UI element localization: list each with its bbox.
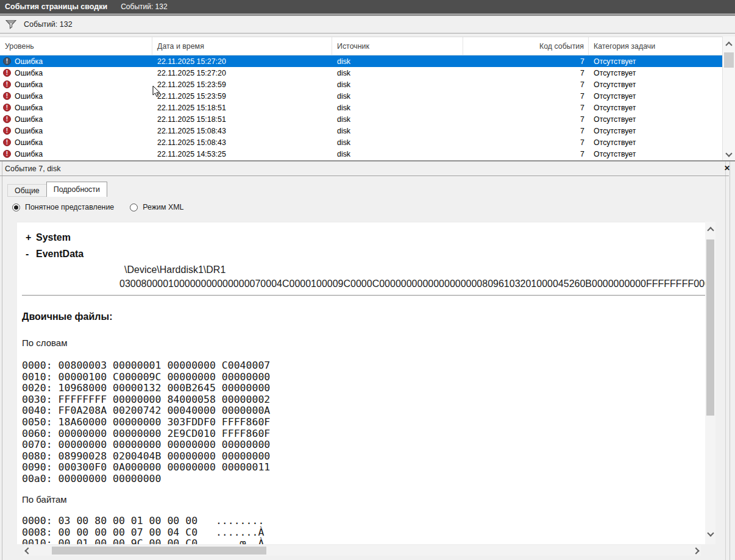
filter-toolbar: Событий: 132 (0, 16, 735, 34)
tree-node-eventdata[interactable]: - EventData (26, 249, 83, 260)
column-header[interactable]: Источник (332, 37, 463, 55)
event-hex-string: 030080000100000000000000070004C000010000… (119, 278, 705, 289)
event-level-cell: ! Ошибка (0, 92, 152, 101)
tab[interactable]: Общие (7, 184, 47, 197)
word-dump-line: 0010: 00000100 C000009C 00000000 0000000… (22, 372, 270, 383)
event-row[interactable]: ! Ошибка 22.11.2025 15:27:20 disk 7 Отсу… (0, 55, 722, 67)
tab[interactable]: Подробности (46, 182, 107, 197)
event-datetime: 22.11.2025 15:23:59 (152, 80, 332, 89)
event-level-cell: ! Ошибка (0, 69, 152, 77)
tree-label-eventdata: EventData (36, 249, 83, 260)
event-row[interactable]: ! Ошибка 22.11.2025 15:18:51 disk 7 Отсу… (0, 102, 722, 113)
word-dump-line: 0000: 00800003 00000001 00000000 C004000… (22, 360, 270, 372)
event-code: 7 (463, 115, 589, 124)
in-bytes-label: По байтам (22, 494, 67, 505)
event-row[interactable]: ! Ошибка 22.11.2025 14:53:25 disk 7 Отсу… (0, 148, 722, 160)
expand-icon[interactable]: + (26, 232, 36, 243)
radio-option[interactable]: Понятное представление (12, 203, 114, 211)
column-header[interactable]: Дата и время (152, 37, 332, 55)
radio-label: Понятное представление (25, 203, 114, 211)
event-row[interactable]: ! Ошибка 22.11.2025 15:08:43 disk 7 Отсу… (0, 136, 722, 148)
divider-line (22, 295, 705, 296)
detail-vertical-scrollbar[interactable] (705, 222, 715, 544)
close-icon[interactable]: ✕ (724, 164, 730, 172)
event-category: Отсутствует (589, 104, 722, 112)
tab-label: Подробности (54, 185, 100, 194)
event-datetime: 22.11.2025 15:27:20 (152, 69, 332, 77)
detail-tabs: Общие Подробности (7, 182, 107, 197)
event-category: Отсутствует (589, 57, 722, 66)
collapse-icon[interactable]: - (26, 249, 36, 260)
error-icon: ! (3, 69, 11, 77)
event-row[interactable]: ! Ошибка 22.11.2025 15:23:59 disk 7 Отсу… (0, 79, 722, 90)
event-source: disk (332, 150, 463, 158)
event-level-cell: ! Ошибка (0, 127, 152, 135)
column-header[interactable]: Код события (463, 37, 589, 55)
column-header[interactable]: Категория задачи (589, 37, 722, 55)
detail-horizontal-scrollbar-thumb[interactable] (52, 547, 266, 555)
event-row[interactable]: ! Ошибка 22.11.2025 15:08:43 disk 7 Отсу… (0, 125, 722, 136)
error-icon: ! (3, 138, 11, 146)
event-level-cell: ! Ошибка (0, 80, 152, 89)
event-code: 7 (463, 150, 589, 158)
event-viewer-window: События страницы сводки Событий: 132 Соб… (0, 0, 735, 560)
event-category: Отсутствует (589, 127, 722, 135)
event-list: Уровень Дата и время Источник Код событи… (0, 37, 735, 160)
byte-dump-line: 0008: 00 00 00 00 07 00 04 C0 .......À (22, 527, 264, 539)
scroll-up-icon[interactable] (708, 228, 713, 233)
error-icon: ! (3, 104, 11, 112)
event-detail-pane: Событие 7, disk ✕ Общие Подробности Поня… (0, 160, 735, 560)
error-icon: ! (3, 80, 11, 88)
radio-circle (12, 204, 20, 211)
scroll-right-icon[interactable] (694, 548, 698, 553)
byte-dump-line: 0010: 00 01 00 00 9C 00 00 C0 ....œ..À (22, 538, 264, 544)
word-dump-line: 0090: 000300F0 0A000000 00000000 0000001… (22, 462, 270, 473)
event-level: Ошибка (15, 115, 43, 124)
event-level: Ошибка (15, 104, 43, 112)
scroll-up-icon[interactable] (726, 43, 731, 48)
event-datetime: 22.11.2025 14:53:25 (152, 150, 332, 158)
word-dump-line: 0070: 00000000 00000000 00000000 0000000… (22, 439, 270, 451)
event-row[interactable]: ! Ошибка 22.11.2025 15:23:59 disk 7 Отсу… (0, 90, 722, 102)
event-level: Ошибка (15, 80, 43, 89)
word-dump-line: 0060: 00000000 00000000 2E9CD010 FFFF860… (22, 428, 270, 440)
event-level-cell: ! Ошибка (0, 138, 152, 147)
error-icon: ! (3, 115, 11, 123)
event-list-body: ! Ошибка 22.11.2025 15:27:20 disk 7 Отсу… (0, 55, 722, 160)
event-list-scrollbar-thumb[interactable] (724, 52, 734, 68)
radio-label: Режим XML (143, 203, 183, 211)
event-code: 7 (463, 92, 589, 101)
detail-pane-inner-border (725, 161, 726, 560)
event-row[interactable]: ! Ошибка 22.11.2025 15:18:51 disk 7 Отсу… (0, 113, 722, 125)
scroll-left-icon[interactable] (26, 548, 30, 553)
column-header-label: Категория задачи (594, 42, 655, 51)
event-datetime: 22.11.2025 15:23:59 (152, 92, 332, 101)
detail-pane-right-border (730, 161, 730, 560)
event-datetime: 22.11.2025 15:08:43 (152, 138, 332, 147)
scroll-down-icon[interactable] (708, 531, 713, 536)
event-level: Ошибка (15, 69, 43, 77)
view-mode-radios: Понятное представление Режим XML (12, 202, 199, 213)
window-titlebar[interactable]: События страницы сводки Событий: 132 (0, 0, 735, 13)
filter-icon[interactable] (5, 19, 16, 29)
column-header[interactable]: Уровень (0, 37, 152, 55)
event-category: Отсутствует (589, 80, 722, 89)
event-level-cell: ! Ошибка (0, 150, 152, 158)
event-source: disk (332, 57, 463, 66)
event-list-scrollbar[interactable] (722, 37, 735, 160)
event-code: 7 (463, 80, 589, 89)
detail-horizontal-scrollbar[interactable] (23, 545, 701, 556)
byte-dump-line: 0000: 03 00 80 00 01 00 00 00 ........ (22, 516, 264, 527)
radio-option[interactable]: Режим XML (130, 203, 183, 211)
event-count-label: Событий: 132 (24, 20, 73, 29)
event-row[interactable]: ! Ошибка 22.11.2025 15:27:20 disk 7 Отсу… (0, 67, 722, 79)
word-dump-line: 0020: 10968000 00000132 000B2645 0000000… (22, 383, 270, 394)
word-dump-line: 0080: 08990028 0200404B 00000000 0000000… (22, 451, 270, 463)
event-source: disk (332, 92, 463, 101)
detail-vertical-scrollbar-thumb[interactable] (706, 239, 714, 416)
event-level: Ошибка (15, 57, 43, 66)
binary-heading: Двоичные файлы: (22, 311, 112, 322)
tree-node-system[interactable]: + System (26, 232, 71, 243)
scroll-down-icon[interactable] (726, 151, 731, 156)
event-level: Ошибка (15, 138, 43, 147)
